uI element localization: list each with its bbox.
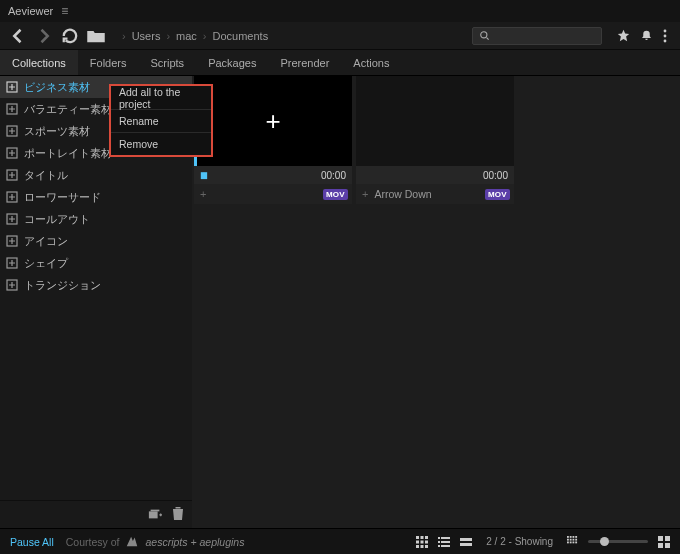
sidebar-item[interactable]: トランジション xyxy=(0,274,192,296)
sidebar-item[interactable]: コールアウト xyxy=(0,208,192,230)
collection-icon xyxy=(6,81,18,93)
search-input[interactable] xyxy=(472,27,602,45)
svg-rect-23 xyxy=(416,545,419,548)
thumbnail-namebar: + Arrow Down MOV xyxy=(356,184,514,204)
trash-icon[interactable] xyxy=(172,507,184,522)
context-menu-item-rename[interactable]: Rename xyxy=(111,109,211,132)
thumbnail-time: 00:00 xyxy=(321,170,346,181)
sidebar-item-label: タイトル xyxy=(24,168,68,183)
collection-icon xyxy=(6,279,18,291)
sidebar-item[interactable]: タイトル xyxy=(0,164,192,186)
favorite-icon[interactable] xyxy=(617,29,630,42)
svg-rect-21 xyxy=(421,540,424,543)
thumbnail-name: Arrow Down xyxy=(374,188,431,200)
svg-rect-31 xyxy=(441,545,450,547)
breadcrumb-item[interactable]: Documents xyxy=(213,30,269,42)
plus-icon: + xyxy=(265,106,280,137)
context-menu: Add all to the project Rename Remove xyxy=(109,84,213,157)
thumbnail-preview[interactable]: + xyxy=(194,76,352,166)
collection-icon xyxy=(6,213,18,225)
more-icon[interactable] xyxy=(663,29,667,43)
svg-rect-25 xyxy=(425,545,428,548)
tab-packages[interactable]: Packages xyxy=(196,50,268,75)
svg-point-2 xyxy=(664,34,667,37)
sidebar-item-label: アイコン xyxy=(24,234,68,249)
sidebar-item-label: トランジション xyxy=(24,278,101,293)
brand-logo-icon xyxy=(125,534,139,550)
detail-view-icon[interactable] xyxy=(460,536,472,548)
svg-rect-26 xyxy=(438,537,440,539)
svg-rect-33 xyxy=(460,543,472,546)
add-collection-icon[interactable] xyxy=(148,507,162,523)
thumbnail-item[interactable]: 00:00 + Arrow Down MOV xyxy=(356,76,514,204)
tab-prerender[interactable]: Prerender xyxy=(268,50,341,75)
svg-rect-40 xyxy=(573,539,575,541)
svg-rect-46 xyxy=(658,536,663,541)
tab-actions[interactable]: Actions xyxy=(341,50,401,75)
svg-rect-17 xyxy=(416,536,419,539)
thumbnail-grid: + ▮▮ 00:00 + MOV 00:00 xyxy=(192,76,680,528)
courtesy-label: Courtesy of xyxy=(66,536,120,548)
brand-label: aescripts + aeplugins xyxy=(145,536,244,548)
item-count: 2 / 2 - Showing xyxy=(486,536,553,547)
svg-rect-49 xyxy=(665,543,670,548)
view-controls: 2 / 2 - Showing xyxy=(416,536,670,548)
pause-icon[interactable]: ▮▮ xyxy=(200,170,206,180)
sidebar-item[interactable]: ローワーサード xyxy=(0,186,192,208)
small-grid-icon[interactable] xyxy=(567,536,578,547)
add-icon[interactable]: + xyxy=(362,188,368,200)
tab-scripts[interactable]: Scripts xyxy=(139,50,197,75)
thumbnail-timebar: 00:00 xyxy=(356,166,514,184)
back-button[interactable] xyxy=(8,26,28,46)
svg-rect-16 xyxy=(176,507,181,509)
tab-bar: Collections Folders Scripts Packages Pre… xyxy=(0,50,680,76)
svg-rect-37 xyxy=(575,536,577,538)
svg-rect-29 xyxy=(441,541,450,543)
sidebar-item[interactable]: シェイプ xyxy=(0,252,192,274)
svg-rect-34 xyxy=(567,536,569,538)
sidebar-item[interactable]: アイコン xyxy=(0,230,192,252)
titlebar: Aeviewer ≡ xyxy=(0,0,680,22)
add-icon[interactable]: + xyxy=(200,188,206,200)
list-view-icon[interactable] xyxy=(438,536,450,548)
toolbar-right xyxy=(612,29,672,43)
bell-icon[interactable] xyxy=(640,29,653,42)
collection-icon xyxy=(6,169,18,181)
collection-icon xyxy=(6,147,18,159)
main-panel: + ▮▮ 00:00 + MOV 00:00 xyxy=(192,76,680,528)
sidebar-item-label: バラエティー素材 xyxy=(24,102,112,117)
svg-rect-14 xyxy=(149,511,158,518)
context-menu-item-remove[interactable]: Remove xyxy=(111,132,211,155)
svg-rect-47 xyxy=(665,536,670,541)
pause-all-button[interactable]: Pause All xyxy=(10,536,54,548)
svg-rect-35 xyxy=(570,536,572,538)
collection-icon xyxy=(6,235,18,247)
hamburger-icon[interactable]: ≡ xyxy=(61,4,68,18)
svg-rect-20 xyxy=(416,540,419,543)
folder-button[interactable] xyxy=(86,26,106,46)
grid-view-icon[interactable] xyxy=(416,536,428,548)
svg-rect-41 xyxy=(575,539,577,541)
large-grid-icon[interactable] xyxy=(658,536,670,548)
sidebar-item-label: ポートレイト素材 xyxy=(24,146,112,161)
sidebar-footer xyxy=(0,500,192,528)
svg-rect-18 xyxy=(421,536,424,539)
breadcrumb-item[interactable]: Users xyxy=(132,30,161,42)
svg-rect-15 xyxy=(151,509,160,511)
thumbnail-size-slider[interactable] xyxy=(588,540,648,543)
body: ビジネス素材 バラエティー素材 スポーツ素材 ポートレイト素材 タイトル ローワ… xyxy=(0,76,680,528)
refresh-button[interactable] xyxy=(60,26,80,46)
svg-rect-28 xyxy=(438,541,440,543)
thumbnail-item[interactable]: + ▮▮ 00:00 + MOV xyxy=(194,76,352,204)
tab-folders[interactable]: Folders xyxy=(78,50,139,75)
breadcrumb-item[interactable]: mac xyxy=(176,30,197,42)
svg-rect-30 xyxy=(438,545,440,547)
sidebar-item-label: ローワーサード xyxy=(24,190,101,205)
svg-rect-43 xyxy=(570,542,572,544)
slider-thumb[interactable] xyxy=(600,537,609,546)
forward-button[interactable] xyxy=(34,26,54,46)
tab-collections[interactable]: Collections xyxy=(0,50,78,75)
sidebar-item-label: コールアウト xyxy=(24,212,90,227)
thumbnail-preview[interactable] xyxy=(356,76,514,166)
context-menu-item-add-all[interactable]: Add all to the project xyxy=(111,86,211,109)
